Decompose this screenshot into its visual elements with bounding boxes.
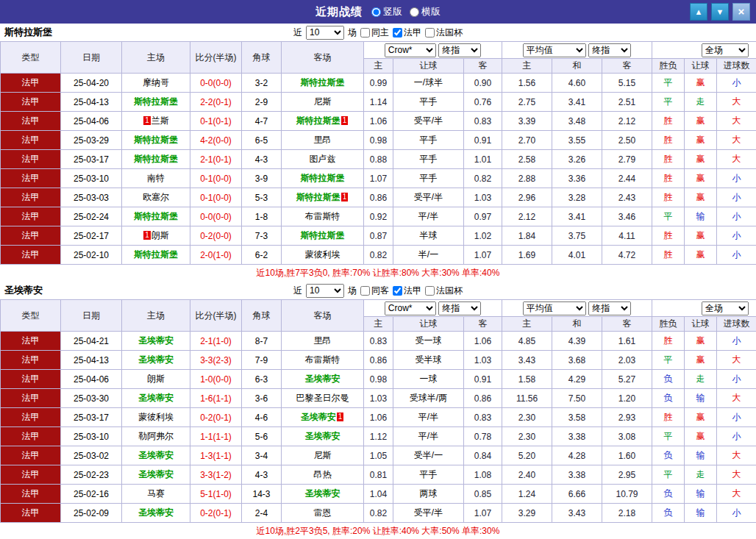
asia-handicap: 受一球 [393, 332, 464, 351]
recent-count-select[interactable]: 10 [306, 284, 344, 298]
same-venue-input[interactable] [360, 28, 370, 38]
move-up-button[interactable]: ▲ [690, 3, 707, 21]
score-cell: 0-1(0-0) [190, 188, 242, 207]
home-team-cell: 1朗斯 [122, 226, 190, 246]
score-cell: 3-3(1-2) [190, 465, 242, 485]
league-cell: 法甲 [1, 504, 61, 523]
move-down-button[interactable]: ▼ [711, 3, 729, 21]
score-cell: 2-1(1-0) [190, 332, 242, 351]
euro-average-select[interactable]: 平均值 [523, 43, 586, 57]
asia-away-odds: 0.91 [464, 131, 502, 150]
league-cell: 法甲 [1, 207, 61, 226]
match-row: 法甲25-03-17斯特拉斯堡2-1(0-1)4-3图卢兹0.88平手1.012… [1, 150, 756, 169]
near-label: 近 [293, 26, 302, 39]
home-team-cell: 斯特拉斯堡 [122, 131, 190, 150]
team-name: 圣埃蒂安 [305, 374, 340, 384]
asia-handicap: 平/半 [393, 207, 464, 226]
same-venue-checkbox[interactable]: 同客 [360, 285, 389, 297]
result-goals: 大 [717, 446, 756, 465]
asia-home-odds: 1.07 [364, 169, 393, 188]
result-handicap-header: 让球 [685, 59, 717, 74]
league-filter-input[interactable] [393, 28, 402, 38]
date-cell: 25-04-06 [61, 370, 122, 389]
cup-filter-checkbox[interactable]: 法国杯 [425, 26, 463, 39]
scope-select[interactable]: 全场 [702, 43, 749, 57]
cup-filter-input[interactable] [425, 28, 435, 38]
asia-home-odds: 0.99 [364, 74, 393, 93]
titlebar: 近期战绩 竖版 横版 ▲ ▼ × [0, 0, 756, 24]
euro-win-odds: 2.96 [502, 188, 552, 207]
match-row: 法甲25-04-061兰斯0-1(0-1)4-7斯特拉斯堡11.06受平/半0.… [1, 112, 756, 131]
match-row: 法甲25-03-03欧塞尔0-1(0-0)5-3斯特拉斯堡10.86受平/半1.… [1, 188, 756, 207]
league-cell: 法甲 [1, 246, 61, 265]
euro-win-odds: 3.29 [502, 504, 552, 523]
home-team-cell: 圣埃蒂安 [122, 332, 190, 351]
result-goals: 小 [717, 169, 756, 188]
cup-filter-input[interactable] [425, 286, 435, 296]
euro-draw-odds: 4.29 [552, 370, 602, 389]
result-wdl: 平 [652, 427, 685, 446]
radio-vertical-input[interactable] [371, 7, 381, 17]
match-row: 法甲25-02-24斯特拉斯堡0-0(0-0)1-8布雷斯特0.92平/半0.9… [1, 207, 756, 226]
euro-draw-odds: 3.68 [552, 351, 602, 370]
corners-cell: 3-2 [242, 74, 282, 93]
euro-draw-odds: 6.66 [552, 485, 602, 504]
corners-cell: 4-6 [242, 408, 282, 427]
euro-win-odds: 2.70 [502, 131, 552, 150]
league-cell: 法甲 [1, 112, 61, 131]
league-filter-input[interactable] [393, 286, 402, 296]
col-header-date: 日期 [61, 42, 122, 74]
asia-odds-type-select[interactable]: 终指 [438, 43, 481, 57]
away-team-cell: 尼斯 [282, 93, 364, 112]
euro-draw-odds: 3.38 [552, 465, 602, 485]
result-handicap: 赢 [685, 112, 717, 131]
league-filter-checkbox[interactable]: 法甲 [393, 26, 421, 39]
away-team-cell: 圣埃蒂安 [282, 427, 364, 446]
corners-cell: 8-7 [242, 332, 282, 351]
bookmaker-select[interactable]: Crow* [385, 301, 436, 315]
bookmaker-select[interactable]: Crow* [385, 43, 436, 57]
same-venue-checkbox[interactable]: 同主 [360, 26, 389, 39]
home-team-cell: 朗斯 [122, 370, 190, 389]
date-cell: 25-03-10 [61, 427, 122, 446]
asia-handicap: 半球 [393, 226, 464, 246]
league-filter-checkbox[interactable]: 法甲 [393, 285, 421, 297]
radio-horizontal[interactable]: 横版 [410, 5, 441, 18]
col-header-date: 日期 [61, 300, 122, 332]
asia-home-header: 主 [364, 59, 393, 74]
corners-cell: 2-9 [242, 93, 282, 112]
asia-away-odds: 1.01 [464, 150, 502, 169]
asia-home-odds: 1.14 [364, 93, 393, 112]
asia-home-odds: 0.87 [364, 226, 393, 246]
asia-home-odds: 1.06 [364, 112, 393, 131]
result-handicap: 输 [685, 389, 717, 408]
col-header-score: 比分(半场) [190, 42, 242, 74]
radio-vertical[interactable]: 竖版 [371, 5, 402, 18]
result-handicap: 赢 [685, 246, 717, 265]
asia-handicap: 受半球 [393, 351, 464, 370]
same-venue-input[interactable] [360, 286, 370, 296]
match-row: 法甲25-03-10勒阿弗尔1-1(1-1)5-6圣埃蒂安1.12平/半0.78… [1, 427, 756, 446]
result-wdl: 胜 [652, 408, 685, 427]
home-team-cell: 斯特拉斯堡 [122, 150, 190, 169]
same-venue-label: 同主 [371, 26, 389, 39]
league-cell: 法甲 [1, 131, 61, 150]
radio-horizontal-input[interactable] [410, 7, 419, 17]
titlebar-buttons: ▲ ▼ × [690, 3, 750, 21]
euro-draw-header: 和 [552, 317, 602, 332]
result-goals: 小 [717, 332, 756, 351]
league-cell: 法甲 [1, 465, 61, 485]
cup-filter-checkbox[interactable]: 法国杯 [425, 285, 463, 297]
scope-select[interactable]: 全场 [702, 301, 749, 315]
euro-average-select[interactable]: 平均值 [523, 301, 586, 315]
close-button[interactable]: × [732, 3, 750, 21]
home-team-cell: 南特 [122, 169, 190, 188]
recent-count-select[interactable]: 10 [306, 26, 344, 40]
date-cell: 25-02-23 [61, 465, 122, 485]
euro-odds-type-select[interactable]: 终指 [588, 301, 631, 315]
asia-away-odds: 1.02 [464, 226, 502, 246]
euro-odds-type-select[interactable]: 终指 [588, 43, 631, 57]
result-handicap: 走 [685, 93, 717, 112]
asia-odds-type-select[interactable]: 终指 [438, 301, 481, 315]
euro-lose-odds: 2.50 [602, 131, 652, 150]
